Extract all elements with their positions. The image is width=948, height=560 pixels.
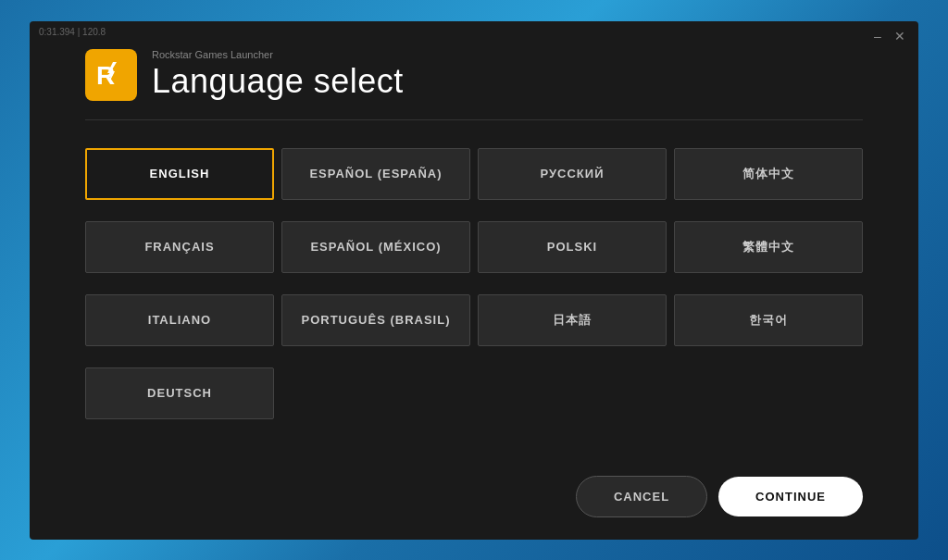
header-text: Rockstar Games Launcher Language select bbox=[152, 49, 404, 101]
footer: CANCEL CONTINUE bbox=[30, 461, 918, 540]
debug-info: 0:31.394 | 120.8 bbox=[39, 27, 106, 37]
app-name: Rockstar Games Launcher bbox=[152, 49, 404, 60]
language-grid: ENGLISHESPAÑOL (ESPAÑA)РУССКИЙ简体中文FRANÇA… bbox=[85, 148, 863, 433]
language-button-pt_br[interactable]: PORTUGUÊS (BRASIL) bbox=[281, 294, 470, 346]
language-button-ko[interactable]: 한국어 bbox=[674, 294, 863, 346]
header: R Rockstar Games Launcher Language selec… bbox=[30, 21, 918, 119]
application-window: 0:31.394 | 120.8 – ✕ R Rockstar Games La… bbox=[30, 21, 918, 540]
language-button-ja[interactable]: 日本語 bbox=[478, 294, 667, 346]
language-button-en[interactable]: ENGLISH bbox=[85, 148, 274, 200]
language-selection-area: ENGLISHESPAÑOL (ESPAÑA)РУССКИЙ简体中文FRANÇA… bbox=[30, 120, 918, 461]
close-button[interactable]: ✕ bbox=[891, 27, 909, 45]
minimize-button[interactable]: – bbox=[868, 27, 887, 45]
title-bar: – ✕ bbox=[855, 21, 918, 51]
logo-icon: R bbox=[93, 56, 130, 93]
continue-button[interactable]: CONTINUE bbox=[718, 477, 863, 516]
language-button-de[interactable]: DEUTSCH bbox=[85, 367, 274, 419]
language-button-pl[interactable]: POLSKI bbox=[478, 221, 667, 273]
language-button-es_mx[interactable]: ESPAÑOL (MÉXICO) bbox=[281, 221, 470, 273]
language-button-zh_tw[interactable]: 繁體中文 bbox=[674, 221, 863, 273]
cancel-button[interactable]: CANCEL bbox=[576, 476, 707, 517]
language-button-fr[interactable]: FRANÇAIS bbox=[85, 221, 274, 273]
rockstar-logo: R bbox=[85, 49, 137, 101]
page-title: Language select bbox=[152, 62, 404, 101]
language-button-it[interactable]: ITALIANO bbox=[85, 294, 274, 346]
language-button-zh_cn[interactable]: 简体中文 bbox=[674, 148, 863, 200]
language-button-es[interactable]: ESPAÑOL (ESPAÑA) bbox=[281, 148, 470, 200]
language-button-ru[interactable]: РУССКИЙ bbox=[478, 148, 667, 200]
